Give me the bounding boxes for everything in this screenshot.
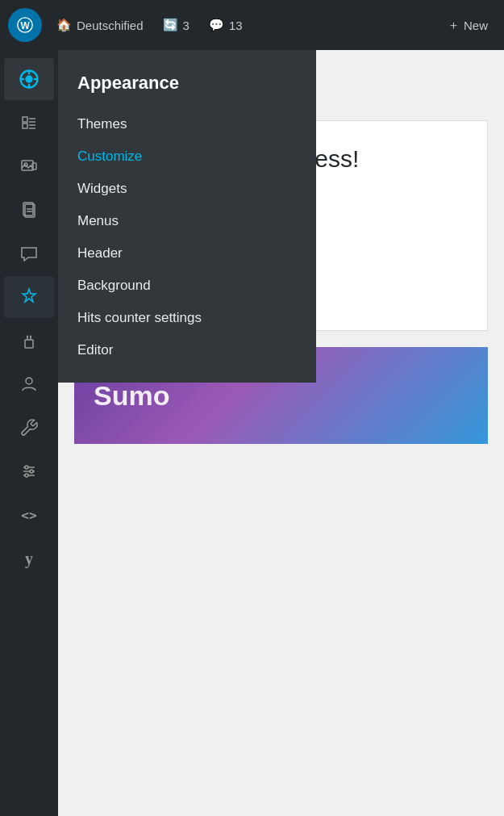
sidebar-item-appearance[interactable] — [4, 276, 54, 318]
promo-text: Sumo — [94, 380, 169, 412]
flyout-title: Appearance — [58, 66, 316, 108]
svg-rect-16 — [32, 163, 36, 169]
sidebar-item-dashboard[interactable] — [4, 58, 54, 100]
svg-point-31 — [30, 470, 33, 473]
svg-point-26 — [26, 378, 32, 384]
comment-icon: 💬 — [209, 18, 224, 32]
flyout-item-themes[interactable]: Themes — [58, 108, 316, 140]
flyout-item-widgets[interactable]: Widgets — [58, 173, 316, 205]
plus-icon: ＋ — [448, 18, 460, 33]
updates-button[interactable]: 🔄 3 — [155, 13, 198, 37]
sidebar-item-plugins[interactable] — [4, 320, 54, 362]
flyout-item-background[interactable]: Background — [58, 270, 316, 302]
sidebar-item-settings[interactable] — [4, 450, 54, 492]
main-layout: <> y Appearance Themes Customize Widgets… — [0, 50, 504, 816]
update-icon: 🔄 — [163, 18, 178, 32]
svg-rect-11 — [23, 123, 27, 128]
new-content-button[interactable]: ＋ New — [439, 13, 496, 38]
sidebar-item-tools[interactable] — [4, 407, 54, 449]
svg-text:W: W — [20, 20, 30, 31]
flyout-item-customize[interactable]: Customize — [58, 140, 316, 173]
new-label: New — [464, 19, 488, 32]
sidebar-item-yoast[interactable]: y — [4, 538, 54, 580]
site-name: Deutschified — [77, 19, 144, 32]
sidebar-item-media[interactable] — [4, 145, 54, 187]
flyout-item-editor[interactable]: Editor — [58, 334, 316, 366]
svg-rect-21 — [25, 340, 33, 348]
svg-rect-8 — [23, 117, 27, 122]
sidebar-item-pages[interactable] — [4, 189, 54, 231]
svg-point-30 — [25, 466, 28, 469]
sidebar-item-comments[interactable] — [4, 232, 54, 274]
comments-button[interactable]: 💬 13 — [201, 13, 251, 37]
sidebar: <> y — [0, 50, 58, 816]
home-icon: 🏠 — [56, 18, 72, 32]
svg-point-32 — [25, 474, 28, 477]
admin-bar: W 🏠 Deutschified 🔄 3 💬 13 ＋ New — [0, 0, 504, 50]
sidebar-item-users[interactable] — [4, 363, 54, 405]
update-count: 3 — [183, 19, 190, 32]
appearance-flyout: Appearance Themes Customize Widgets Menu… — [58, 50, 316, 383]
svg-point-3 — [25, 75, 32, 82]
sidebar-item-posts[interactable] — [4, 102, 54, 144]
comment-count: 13 — [229, 19, 243, 32]
flyout-item-header[interactable]: Header — [58, 237, 316, 270]
flyout-item-menus[interactable]: Menus — [58, 205, 316, 237]
flyout-item-hits-counter[interactable]: Hits counter settings — [58, 302, 316, 334]
home-button[interactable]: 🏠 Deutschified — [48, 13, 152, 37]
wp-logo[interactable]: W — [8, 8, 42, 42]
sidebar-item-code[interactable]: <> — [4, 494, 54, 536]
